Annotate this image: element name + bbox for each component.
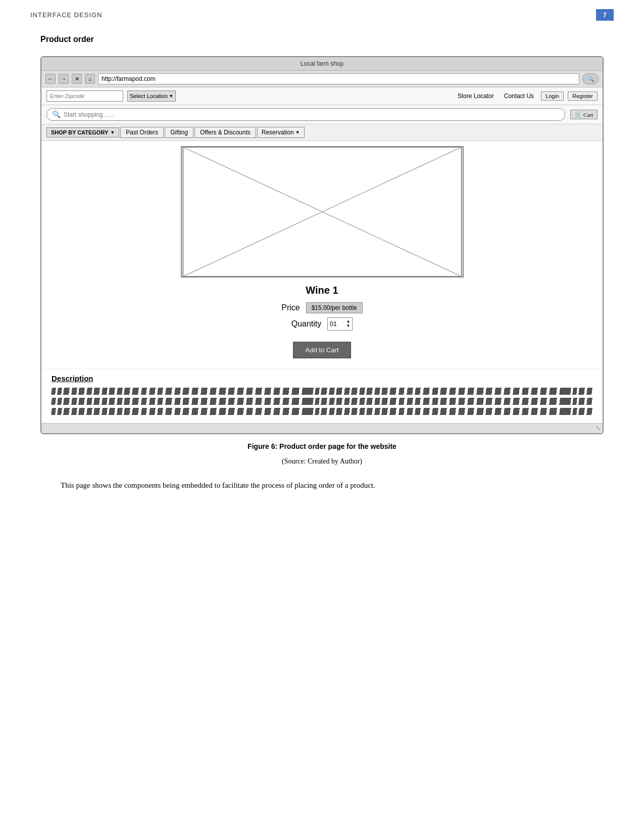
quantity-value: 01 xyxy=(330,320,336,328)
quantity-input[interactable]: 01 ▲ ▼ xyxy=(327,317,353,331)
browser-toolbar: ← → ✕ ⌂ 🔍 xyxy=(41,71,603,87)
offers-discounts-nav[interactable]: Offers & Discounts xyxy=(194,127,256,138)
figure-caption: Figure 6: Product order page for the web… xyxy=(40,442,604,450)
resize-icon: ⤡ xyxy=(596,425,601,432)
select-location-arrow: ▼ xyxy=(169,94,173,99)
select-location-dropdown[interactable]: Select Location ▼ xyxy=(127,90,176,102)
url-bar[interactable] xyxy=(98,73,579,84)
description-line-3 xyxy=(51,408,593,415)
shop-by-category-button[interactable]: SHOP BY CATEGORY ▼ xyxy=(46,127,119,137)
placeholder-svg xyxy=(182,147,463,276)
main-content: Product order Local farm shop ← → ✕ ⌂ 🔍 … xyxy=(0,25,644,513)
search-bar-row: 🔍 🛒 Cart xyxy=(41,105,603,124)
past-orders-nav[interactable]: Past Orders xyxy=(120,127,164,138)
quantity-row: Quantity 01 ▲ ▼ xyxy=(291,317,353,331)
section-title: Product order xyxy=(40,35,604,44)
shop-by-category-arrow: ▼ xyxy=(110,130,115,135)
search-input[interactable] xyxy=(64,111,560,118)
cart-button[interactable]: 🛒 Cart xyxy=(570,110,598,119)
cart-icon: 🛒 xyxy=(575,111,582,118)
description-line-1 xyxy=(51,388,593,395)
browser-resize-handle[interactable]: ⤡ xyxy=(41,423,603,433)
forward-button[interactable]: → xyxy=(59,74,69,84)
price-value: $15.00/per bottle xyxy=(306,302,363,313)
browser-mockup: Local farm shop ← → ✕ ⌂ 🔍 Select Locatio… xyxy=(40,56,604,434)
category-nav: SHOP BY CATEGORY ▼ Past Orders Gifting O… xyxy=(41,124,603,141)
reservation-arrow: ▼ xyxy=(295,130,300,135)
body-text: This page shows the components being emb… xyxy=(40,478,604,493)
zipcode-input[interactable] xyxy=(46,90,123,102)
select-location-label: Select Location xyxy=(130,93,168,99)
add-to-cart-button[interactable]: Add to Cart xyxy=(293,342,352,358)
product-area: Wine 1 Price $15.00/per bottle Quantity … xyxy=(41,141,603,368)
search-bar: 🔍 xyxy=(46,108,565,121)
home-button[interactable]: ⌂ xyxy=(85,74,95,84)
site-top-nav: Select Location ▼ Store Locator Contact … xyxy=(41,87,603,105)
gifting-nav[interactable]: Gifting xyxy=(165,127,193,138)
register-button[interactable]: Register xyxy=(568,91,598,101)
login-button[interactable]: Login xyxy=(541,91,564,101)
website-content: Select Location ▼ Store Locator Contact … xyxy=(41,87,603,423)
reservation-nav[interactable]: Reservation ▼ xyxy=(257,127,305,138)
store-locator-link[interactable]: Store Locator xyxy=(458,92,494,100)
product-details: Price $15.00/per bottle Quantity 01 ▲ ▼ xyxy=(52,302,592,331)
contact-us-link[interactable]: Contact Us xyxy=(504,92,534,100)
product-image xyxy=(181,146,464,277)
stop-button[interactable]: ✕ xyxy=(72,74,82,84)
description-title: Description xyxy=(52,374,592,383)
price-label: Price xyxy=(281,303,300,312)
back-button[interactable]: ← xyxy=(45,74,56,84)
price-row: Price $15.00/per bottle xyxy=(281,302,363,313)
add-to-cart-container: Add to Cart xyxy=(52,339,592,358)
product-name: Wine 1 xyxy=(52,285,592,296)
header-title: INTERFACE DESIGN xyxy=(30,11,102,19)
page-number: 7 xyxy=(596,9,614,21)
browser-titlebar: Local farm shop xyxy=(41,57,603,71)
quantity-stepper-icon[interactable]: ▲ ▼ xyxy=(346,319,350,329)
source-caption: (Source: Created by Author) xyxy=(40,457,604,466)
description-section: Description xyxy=(41,368,603,423)
cart-label: Cart xyxy=(583,112,593,118)
shop-by-category-label: SHOP BY CATEGORY xyxy=(51,129,108,135)
description-line-2 xyxy=(51,398,593,405)
quantity-label: Quantity xyxy=(291,319,322,329)
page-header: INTERFACE DESIGN 7 xyxy=(0,0,644,25)
reservation-label: Reservation xyxy=(262,129,294,136)
search-icon: 🔍 xyxy=(52,110,61,119)
browser-search-button[interactable]: 🔍 xyxy=(582,73,599,84)
